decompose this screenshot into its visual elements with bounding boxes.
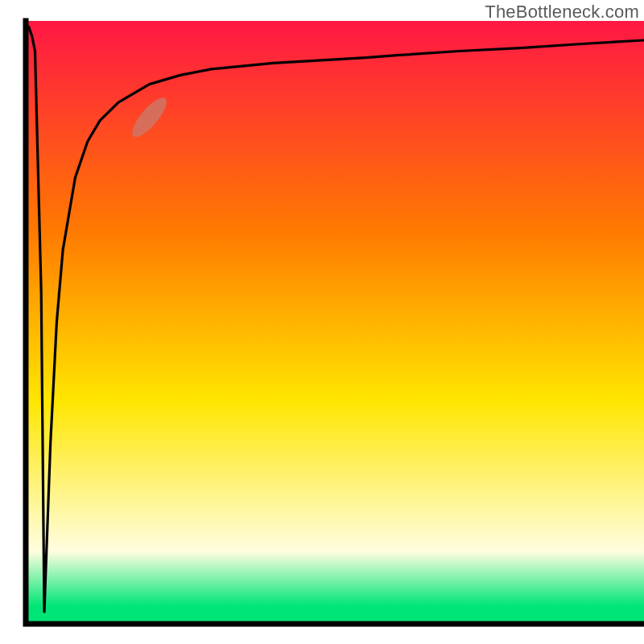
watermark-text: TheBottleneck.com [485, 2, 639, 23]
plot-background [26, 21, 644, 624]
bottleneck-chart [0, 0, 644, 644]
